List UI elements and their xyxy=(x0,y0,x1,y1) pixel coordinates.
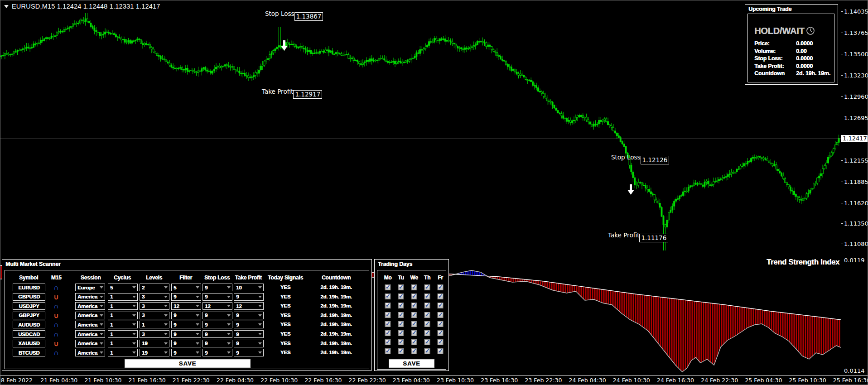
cyclus-dropdown[interactable]: 1 xyxy=(108,330,138,338)
stop-loss-dropdown[interactable]: 9 xyxy=(203,349,232,356)
trading-day-checkbox[interactable] xyxy=(398,294,404,299)
trading-day-checkbox[interactable] xyxy=(424,294,430,299)
stop-loss-dropdown[interactable]: 9 xyxy=(203,330,232,338)
trade-level-annotation[interactable]: Stop Loss1.12126 xyxy=(611,153,669,164)
trading-day-checkbox[interactable] xyxy=(411,303,417,308)
cyclus-dropdown[interactable]: 1 xyxy=(108,302,138,310)
trading-day-checkbox[interactable] xyxy=(438,312,444,318)
session-dropdown[interactable]: America xyxy=(75,349,105,356)
trading-day-checkbox[interactable] xyxy=(438,339,444,345)
trading-day-checkbox[interactable] xyxy=(411,294,417,299)
trading-day-checkbox[interactable] xyxy=(385,339,391,345)
levels-dropdown[interactable]: 19 xyxy=(140,349,169,356)
stop-loss-dropdown[interactable]: 9 xyxy=(203,293,232,301)
levels-dropdown[interactable]: 3 xyxy=(140,312,169,319)
filter-dropdown[interactable]: 9 xyxy=(171,321,201,328)
trade-level-annotation[interactable]: Take Profit1.12917 xyxy=(262,87,322,99)
signal-down-arrow[interactable] xyxy=(627,184,635,196)
filter-dropdown[interactable]: 5 xyxy=(171,284,201,291)
trading-day-checkbox[interactable] xyxy=(385,294,391,299)
chart-dropdown-icon[interactable] xyxy=(4,5,9,8)
levels-dropdown[interactable]: 19 xyxy=(140,340,169,347)
stop-loss-dropdown[interactable]: 9 xyxy=(203,340,232,347)
trading-day-checkbox[interactable] xyxy=(385,303,391,308)
trading-day-checkbox[interactable] xyxy=(438,284,444,290)
trading-day-checkbox[interactable] xyxy=(398,312,404,318)
take-profit-dropdown[interactable]: 9 xyxy=(234,340,264,347)
cyclus-dropdown[interactable]: 1 xyxy=(108,349,138,356)
levels-dropdown[interactable]: 3 xyxy=(140,330,169,338)
trading-day-checkbox[interactable] xyxy=(385,321,391,327)
trading-day-checkbox[interactable] xyxy=(424,321,430,327)
trading-day-checkbox[interactable] xyxy=(438,330,444,336)
take-profit-dropdown[interactable]: 9 xyxy=(234,330,264,338)
trading-day-checkbox[interactable] xyxy=(424,339,430,345)
trading-day-checkbox[interactable] xyxy=(385,312,391,318)
trading-day-checkbox[interactable] xyxy=(398,303,404,308)
session-dropdown[interactable]: America xyxy=(75,330,105,338)
trading-day-checkbox[interactable] xyxy=(438,294,444,299)
take-profit-dropdown[interactable]: 12 xyxy=(234,302,264,310)
levels-dropdown[interactable]: 2 xyxy=(140,284,169,291)
session-dropdown[interactable]: America xyxy=(75,340,105,347)
session-dropdown[interactable]: Europe xyxy=(75,284,105,291)
trading-day-checkbox[interactable] xyxy=(398,330,404,336)
scanner-column-header: Today Signals xyxy=(268,274,303,281)
trading-day-checkbox[interactable] xyxy=(411,321,417,327)
stop-loss-dropdown[interactable]: 9 xyxy=(203,284,232,291)
trading-day-checkbox[interactable] xyxy=(411,348,417,354)
filter-dropdown[interactable]: 9 xyxy=(171,340,201,347)
levels-dropdown[interactable]: 3 xyxy=(140,302,169,310)
trading-day-checkbox[interactable] xyxy=(438,303,444,308)
session-dropdown[interactable]: America xyxy=(75,293,105,301)
stop-loss-dropdown[interactable]: 9 xyxy=(203,321,232,328)
signal-down-arrow[interactable] xyxy=(280,40,289,52)
trading-day-checkbox[interactable] xyxy=(424,348,430,354)
trading-day-checkbox[interactable] xyxy=(411,312,417,318)
trading-day-checkbox[interactable] xyxy=(385,330,391,336)
filter-dropdown[interactable]: 9 xyxy=(171,330,201,338)
trading-day-checkbox[interactable] xyxy=(424,330,430,336)
stop-loss-dropdown[interactable]: 9 xyxy=(203,312,232,319)
trade-level-annotation[interactable]: Stop Loss1.13867 xyxy=(265,9,323,21)
filter-dropdown[interactable]: 12 xyxy=(171,302,201,310)
filter-dropdown[interactable]: 9 xyxy=(171,349,201,356)
cyclus-dropdown[interactable]: 1 xyxy=(108,312,138,319)
filter-dropdown[interactable]: 9 xyxy=(171,293,201,301)
filter-dropdown[interactable]: 9 xyxy=(171,312,201,319)
trading-day-checkbox[interactable] xyxy=(385,348,391,354)
levels-dropdown[interactable]: 1 xyxy=(140,321,169,328)
trading-day-checkbox[interactable] xyxy=(398,339,404,345)
cyclus-dropdown[interactable]: 1 xyxy=(108,340,138,347)
trading-day-checkbox[interactable] xyxy=(424,303,430,308)
session-dropdown[interactable]: America xyxy=(75,312,105,319)
trading-day-checkbox[interactable] xyxy=(411,284,417,290)
trading-days-save-button[interactable]: SAVE xyxy=(389,359,434,368)
take-profit-dropdown[interactable]: 9 xyxy=(234,349,264,356)
trading-day-checkbox[interactable] xyxy=(424,284,430,290)
take-profit-dropdown[interactable]: 9 xyxy=(234,321,264,328)
trade-level-annotation[interactable]: Take Profit1.11176 xyxy=(608,231,668,242)
take-profit-dropdown[interactable]: 9 xyxy=(234,293,264,301)
trading-day-checkbox[interactable] xyxy=(438,321,444,327)
pane-divider[interactable] xyxy=(0,257,841,257)
upcoming-trade-body: HOLD/WAIT Price:0.0000Volume:0.00Stop Lo… xyxy=(747,14,834,82)
trading-day-checkbox[interactable] xyxy=(411,339,417,345)
trading-day-checkbox[interactable] xyxy=(411,330,417,336)
session-dropdown[interactable]: America xyxy=(75,321,105,328)
take-profit-dropdown[interactable]: 9 xyxy=(234,312,264,319)
take-profit-dropdown[interactable]: 10 xyxy=(234,284,264,291)
trading-day-checkbox[interactable] xyxy=(424,312,430,318)
cyclus-dropdown[interactable]: 1 xyxy=(108,293,138,301)
scanner-save-button[interactable]: SAVE xyxy=(125,359,251,368)
trading-day-checkbox[interactable] xyxy=(398,348,404,354)
stop-loss-dropdown[interactable]: 12 xyxy=(203,302,232,310)
trading-day-checkbox[interactable] xyxy=(385,284,391,290)
cyclus-dropdown[interactable]: 5 xyxy=(108,284,138,291)
levels-dropdown[interactable]: 3 xyxy=(140,293,169,301)
cyclus-dropdown[interactable]: 1 xyxy=(108,321,138,328)
trading-day-checkbox[interactable] xyxy=(438,348,444,354)
trading-day-checkbox[interactable] xyxy=(398,321,404,327)
trading-day-checkbox[interactable] xyxy=(398,284,404,290)
session-dropdown[interactable]: America xyxy=(75,302,105,310)
